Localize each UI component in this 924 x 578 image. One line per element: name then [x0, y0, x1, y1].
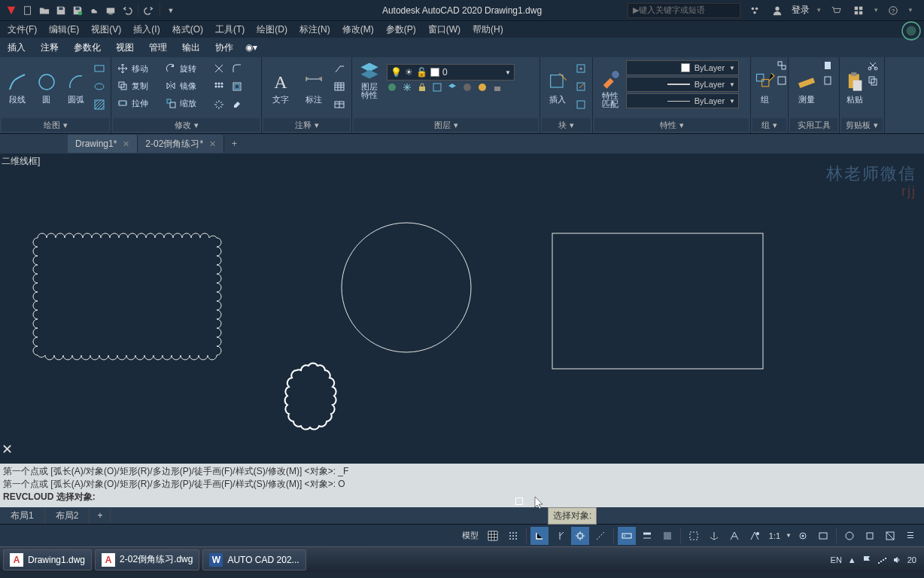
qat-dropdown-icon[interactable]: ▼ — [164, 4, 178, 17]
menu-edit[interactable]: 编辑(E) — [44, 22, 84, 38]
move-button[interactable]: 移动 — [114, 60, 161, 77]
cut-icon[interactable] — [868, 60, 881, 74]
ribbon-tab-insert[interactable]: 插入 — [0, 38, 33, 57]
tray-clock[interactable]: 20 — [907, 555, 916, 564]
menu-view[interactable]: 视图(V) — [87, 22, 126, 38]
new-tab-button[interactable]: + — [224, 138, 245, 149]
system-tray[interactable]: EN ▲ 20 — [831, 555, 921, 564]
scale-button[interactable]: 缩放 — [163, 95, 209, 111]
menu-format[interactable]: 格式(O) — [168, 22, 208, 38]
ribbon-tab-collab[interactable]: 协作 — [208, 38, 241, 57]
rect-icon[interactable] — [91, 60, 108, 77]
doc-tab-2[interactable]: 2-02倒角练习*✕ — [138, 135, 224, 153]
command-line[interactable]: 第一个点或 [弧长(A)/对象(O)/矩形(R)/多边形(P)/徒手画(F)/样… — [0, 464, 924, 507]
layer-dropdown[interactable]: 💡 ☀ 🔓 0 ▼ — [387, 64, 515, 81]
selection-icon[interactable] — [685, 527, 703, 545]
dyn-input-icon[interactable] — [618, 527, 636, 545]
save-icon[interactable] — [54, 4, 68, 17]
copy-clip-icon[interactable] — [868, 75, 881, 89]
close-icon[interactable]: ✕ — [123, 139, 129, 149]
taskbar-item-3[interactable]: WAUTO CAD 202... — [202, 549, 305, 570]
osnap-icon[interactable] — [571, 527, 589, 545]
circle-button[interactable]: 圆 — [32, 60, 60, 117]
menu-modify[interactable]: 修改(M) — [338, 22, 378, 38]
fillet-icon[interactable] — [229, 60, 245, 77]
lineweight-dropdown[interactable]: ByLayer▼ — [626, 77, 739, 92]
cloud-icon[interactable] — [87, 4, 101, 17]
clipboard-panel-label[interactable]: 剪贴板 ▾ — [841, 118, 883, 132]
menu-help[interactable]: 帮助(H) — [468, 22, 508, 38]
polar-icon[interactable] — [551, 527, 569, 545]
paste-button[interactable]: 粘贴 — [843, 60, 866, 117]
plot-icon[interactable] — [104, 4, 117, 17]
menu-param[interactable]: 参数(P) — [381, 22, 421, 38]
ribbon-tab-view[interactable]: 视图 — [108, 38, 141, 57]
draw-panel-label[interactable]: 绘图 ▾ — [2, 118, 109, 132]
track-icon[interactable] — [591, 527, 609, 545]
leader-icon[interactable] — [331, 60, 348, 77]
layer-isolate-icon[interactable] — [447, 82, 460, 96]
tray-flag-icon[interactable] — [862, 555, 871, 564]
undo-icon[interactable] — [120, 4, 134, 17]
trim-icon[interactable] — [211, 60, 227, 77]
ortho-icon[interactable] — [530, 527, 549, 545]
app-home-icon[interactable] — [852, 4, 865, 17]
model-button[interactable]: 模型 — [459, 530, 482, 541]
dim-button[interactable]: 标注 — [298, 60, 330, 117]
ribbon-tab-annotate[interactable]: 注释 — [33, 38, 66, 57]
grid-icon[interactable] — [484, 527, 502, 545]
color-dropdown[interactable]: ByLayer▼ — [626, 60, 739, 75]
transparency-icon[interactable] — [658, 527, 676, 545]
menu-tools[interactable]: 工具(T) — [211, 22, 249, 38]
layer-match-icon[interactable] — [432, 82, 445, 96]
lang-indicator[interactable]: EN — [831, 555, 842, 564]
arc-button[interactable]: 圆弧 — [62, 60, 90, 117]
annotation-scale-icon[interactable] — [725, 527, 743, 545]
cart-icon[interactable] — [829, 4, 843, 17]
new-icon[interactable] — [21, 4, 35, 17]
create-block-icon[interactable]: + — [573, 60, 589, 77]
calc-icon[interactable] — [822, 75, 836, 89]
hardware-icon[interactable] — [861, 527, 879, 545]
explode-icon[interactable] — [211, 96, 227, 113]
linetype-dropdown[interactable]: ByLayer▼ — [626, 93, 739, 108]
erase-icon[interactable] — [229, 96, 245, 113]
ribbon-tab-manage[interactable]: 管理 — [141, 38, 175, 57]
layer-thaw-icon[interactable] — [477, 82, 491, 96]
gear-icon[interactable] — [794, 527, 812, 545]
user-icon[interactable] — [771, 4, 784, 17]
clean-icon[interactable] — [881, 527, 899, 545]
block-insert-button[interactable]: 插入 — [543, 60, 571, 117]
tray-up-icon[interactable]: ▲ — [848, 555, 856, 564]
block-attr-icon[interactable] — [573, 96, 589, 113]
layer-lock-icon[interactable] — [417, 82, 430, 96]
taskbar-item-1[interactable]: ADrawing1.dwg — [3, 549, 92, 570]
viewport-close-icon[interactable]: ✕ — [2, 441, 13, 458]
rotate-button[interactable]: 旋转 — [163, 60, 209, 77]
open-icon[interactable] — [38, 4, 51, 17]
ribbon-tab-output[interactable]: 输出 — [175, 38, 208, 57]
layer-off-icon[interactable] — [462, 82, 476, 96]
isolate-icon[interactable] — [840, 527, 859, 545]
doc-tab-drawing1[interactable]: Drawing1*✕ — [68, 135, 138, 153]
layer-unlock-icon[interactable] — [492, 82, 506, 96]
layer-freeze-icon[interactable] — [402, 82, 415, 96]
scale-label[interactable]: 1:1 — [766, 531, 783, 540]
offset-icon[interactable] — [229, 78, 245, 95]
array-icon[interactable] — [211, 78, 227, 95]
table-icon[interactable] — [331, 78, 348, 95]
menu-draw[interactable]: 绘图(D) — [252, 22, 292, 38]
search-input[interactable]: ▶ 键入关键字或短语 — [628, 3, 740, 18]
lineweight-icon[interactable] — [638, 527, 656, 545]
properties-panel-label[interactable]: 特性 ▾ — [594, 118, 749, 132]
workspace-icon[interactable] — [814, 527, 832, 545]
login-button[interactable]: 登录 — [792, 4, 810, 17]
menu-insert[interactable]: 插入(I) — [129, 22, 164, 38]
paste-icon[interactable] — [822, 60, 836, 74]
menu-file[interactable]: 文件(F) — [3, 22, 41, 38]
tablestyle-icon[interactable] — [331, 96, 348, 113]
layer-panel-label[interactable]: 图层 ▾ — [354, 118, 538, 132]
mirror-button[interactable]: 镜像 — [163, 78, 209, 94]
layer-on-icon[interactable] — [387, 82, 400, 96]
annotation-vis-icon[interactable] — [746, 527, 764, 545]
